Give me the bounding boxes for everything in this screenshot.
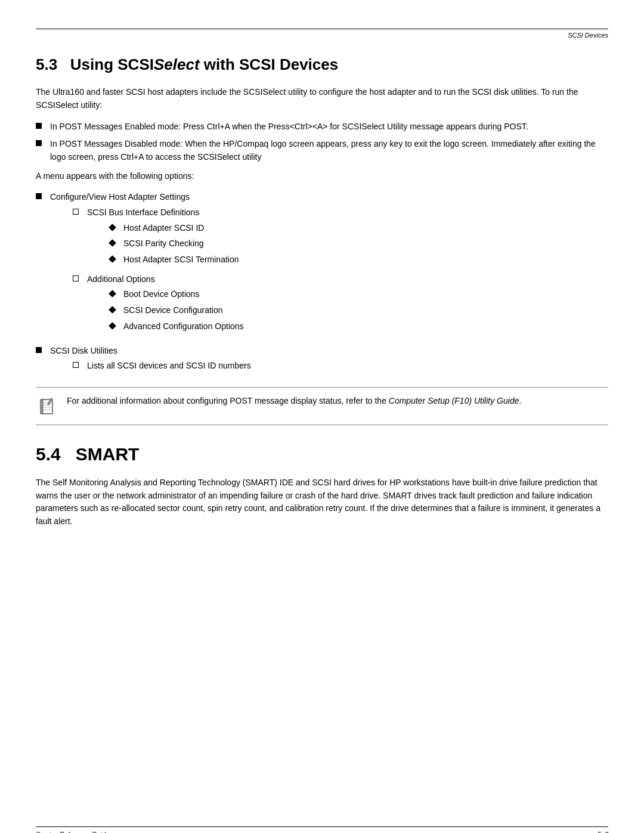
section-54: 5.4 SMART The Self Monitoring Analysis a…: [36, 444, 608, 528]
footer-rule: [36, 826, 608, 827]
bullet-square-disk: [36, 347, 42, 353]
disk-utilities-sublist: Lists all SCSI devices and SCSI ID numbe…: [73, 360, 251, 373]
note-text-content: For additional information about configu…: [67, 395, 521, 408]
menu-item-configure: Configure/View Host Adapter Settings SCS…: [36, 191, 608, 339]
list-item-post-enabled: In POST Messages Enabled mode: Press Ctr…: [36, 120, 608, 134]
post-messages-list: In POST Messages Enabled mode: Press Ctr…: [36, 120, 608, 164]
menu-item-disk-utilities: SCSI Disk Utilities Lists all SCSI devic…: [36, 345, 608, 376]
lists-scsi-label: Lists all SCSI devices and SCSI ID numbe…: [87, 360, 251, 373]
level3-scsi-device-config: SCSI Device Configuration: [110, 304, 244, 317]
post-disabled-text: In POST Messages Disabled mode: When the…: [50, 138, 608, 163]
diamond-icon-5: [109, 306, 116, 314]
subitem-scsi-bus: SCSI Bus Interface Definitions Host Adap…: [73, 206, 244, 270]
configure-sublist: SCSI Bus Interface Definitions Host Adap…: [73, 206, 244, 336]
bullet-square-configure: [36, 193, 42, 199]
level3-scsi-parity: SCSI Parity Checking: [110, 237, 239, 250]
diamond-icon-2: [109, 240, 116, 247]
scsi-device-config-label: SCSI Device Configuration: [123, 304, 223, 317]
subitem-additional-options: Additional Options Boot Device Options S…: [73, 273, 244, 336]
section-54-number: 5.4: [36, 444, 61, 464]
footer-right: 5–3: [597, 831, 608, 833]
section-54-heading: 5.4 SMART: [36, 444, 608, 465]
diamond-icon-3: [109, 255, 116, 263]
level3-host-adapter-id: Host Adapter SCSI ID: [110, 222, 239, 235]
hollow-square-lists: [73, 362, 79, 368]
additional-options-content: Additional Options Boot Device Options S…: [87, 273, 244, 336]
disk-utilities-content: SCSI Disk Utilities Lists all SCSI devic…: [50, 345, 251, 376]
section-53-heading: 5.3 Using SCSISelect with SCSI Devices: [36, 55, 608, 74]
diamond-icon-4: [109, 290, 116, 298]
page-footer: Service Reference Guide 5–3: [36, 826, 608, 833]
section-53-intro: The Ultra160 and faster SCSI host adapte…: [36, 86, 608, 112]
scsi-parity-label: SCSI Parity Checking: [123, 237, 204, 250]
header-section-label: SCSI Devices: [568, 32, 608, 39]
subitem-lists-scsi: Lists all SCSI devices and SCSI ID numbe…: [73, 360, 251, 373]
page-header: SCSI Devices: [0, 29, 644, 39]
section-53-title-italic: Select: [154, 55, 200, 73]
disk-utilities-label: SCSI Disk Utilities: [50, 346, 117, 355]
hollow-square-additional: [73, 275, 79, 281]
host-adapter-id-label: Host Adapter SCSI ID: [123, 222, 204, 235]
level3-advanced-config: Advanced Configuration Options: [110, 320, 244, 333]
menu-intro: A menu appears with the following option…: [36, 170, 608, 183]
scsi-bus-content: SCSI Bus Interface Definitions Host Adap…: [87, 206, 239, 270]
scsi-bus-label: SCSI Bus Interface Definitions: [87, 208, 199, 217]
section-53-number: 5.3: [36, 55, 57, 73]
hollow-square-bus: [73, 209, 79, 215]
bullet-square-icon-2: [36, 140, 42, 146]
configure-content: Configure/View Host Adapter Settings SCS…: [50, 191, 244, 339]
diamond-icon-6: [109, 322, 116, 330]
note-pencil-icon: [36, 396, 57, 417]
post-enabled-text: In POST Messages Enabled mode: Press Ctr…: [50, 120, 528, 134]
list-item-post-disabled: In POST Messages Disabled mode: When the…: [36, 138, 608, 163]
level3-host-adapter-term: Host Adapter SCSI Termination: [110, 253, 239, 267]
footer-left: Service Reference Guide: [36, 831, 109, 833]
page-container: SCSI Devices 5.3 Using SCSISelect with S…: [0, 29, 644, 833]
scsi-bus-sublist: Host Adapter SCSI ID SCSI Parity Checkin…: [110, 222, 239, 267]
footer-content: Service Reference Guide 5–3: [36, 831, 608, 833]
level3-boot-device: Boot Device Options: [110, 288, 244, 301]
note-box: For additional information about configu…: [36, 387, 608, 425]
bullet-square-icon: [36, 123, 42, 129]
note-body-text: For additional information about configu…: [67, 396, 521, 405]
menu-list: Configure/View Host Adapter Settings SCS…: [36, 191, 608, 376]
host-adapter-term-label: Host Adapter SCSI Termination: [123, 253, 239, 267]
section-54-body: The Self Monitoring Analysis and Reporti…: [36, 476, 608, 528]
note-italic-text: Computer Setup (F10) Utility Guide: [389, 396, 519, 405]
pencil-svg: [36, 396, 57, 417]
diamond-icon-1: [109, 224, 116, 231]
additional-options-sublist: Boot Device Options SCSI Device Configur…: [110, 288, 244, 333]
additional-options-label: Additional Options: [87, 274, 155, 284]
section-53-title-normal: Using SCSISelect with SCSI Devices: [70, 55, 338, 73]
advanced-config-label: Advanced Configuration Options: [123, 320, 244, 333]
main-content: 5.3 Using SCSISelect with SCSI Devices T…: [0, 55, 644, 528]
boot-device-label: Boot Device Options: [123, 288, 200, 301]
section-54-title: SMART: [76, 444, 140, 464]
configure-label: Configure/View Host Adapter Settings: [50, 192, 190, 202]
